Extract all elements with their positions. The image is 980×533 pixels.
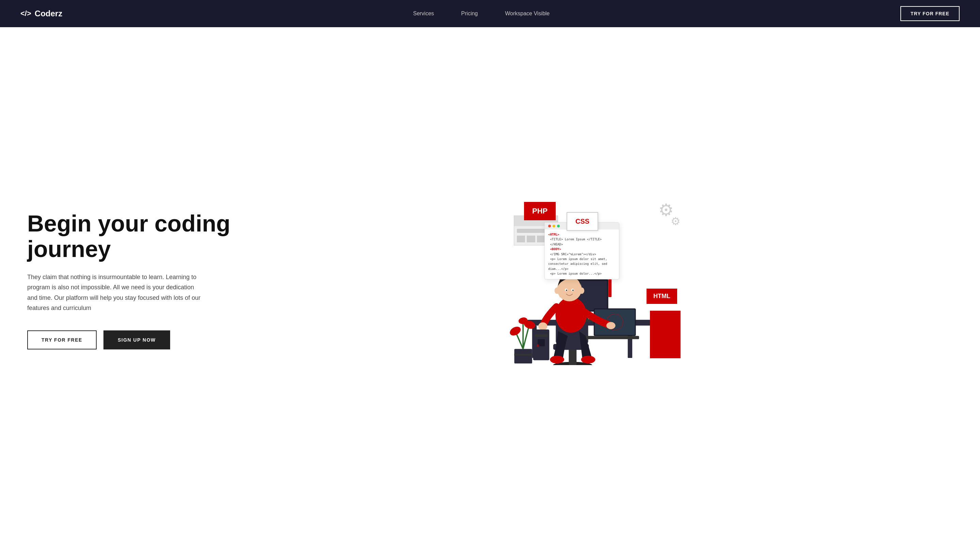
svg-rect-33 — [514, 349, 532, 363]
svg-line-35 — [516, 333, 523, 349]
svg-point-26 — [606, 322, 616, 329]
logo-icon: </> — [21, 9, 31, 18]
svg-rect-15 — [585, 336, 639, 339]
logo[interactable]: </> Coderz — [21, 9, 62, 18]
svg-point-25 — [538, 322, 547, 330]
svg-point-27 — [550, 355, 564, 363]
code-line: </HEAD> — [548, 242, 616, 247]
nav-try-button[interactable]: TRY FOR FREE — [900, 6, 959, 21]
svg-point-22 — [572, 290, 574, 291]
code-content: <HTML> <TITLE> Lorem Ipsum </TITLE> </HE… — [545, 230, 619, 279]
php-badge: PHP — [524, 202, 556, 220]
code-line: <p> Lorem ipsum dolor...</p> — [548, 271, 616, 276]
hero-title: Begin your coding journey — [27, 211, 231, 262]
svg-rect-12 — [608, 278, 612, 297]
svg-point-24 — [579, 287, 584, 294]
wireframe-square — [517, 236, 525, 243]
code-editor-window: <HTML> <TITLE> Lorem Ipsum </TITLE> </HE… — [544, 222, 619, 279]
navbar: </> Coderz Services Pricing Workspace Vi… — [0, 0, 980, 27]
window-dot-yellow — [553, 225, 555, 227]
svg-rect-30 — [535, 335, 547, 337]
code-line: </IMG SRC="%Lorem"></div> — [548, 252, 616, 257]
hero-section: Begin your coding journey They claim tha… — [0, 27, 980, 533]
hero-left: Begin your coding journey They claim tha… — [27, 211, 231, 349]
svg-point-32 — [537, 344, 539, 347]
gear-icon-2: ⚙ — [671, 215, 681, 228]
svg-point-17 — [555, 297, 586, 333]
code-line: <p> Lorem ipsum dolor sit amet, consecte… — [548, 257, 616, 271]
wireframe-square — [527, 236, 535, 243]
hero-description: They claim that nothing is insurmountabl… — [27, 272, 204, 313]
hero-buttons: TRY FOR FREE SIGN UP NOW — [27, 330, 231, 349]
svg-point-23 — [555, 287, 560, 294]
sign-up-button[interactable]: SIGN UP NOW — [103, 330, 170, 349]
window-dot-green — [557, 225, 560, 227]
illustration-container: ⚙ ⚙ PHP CSS — [504, 195, 681, 365]
code-line: <HTML> — [548, 232, 616, 237]
nav-workspace[interactable]: Workspace Visible — [505, 11, 550, 16]
nav-pricing[interactable]: Pricing — [461, 11, 478, 16]
code-line: <TITLE> Lorem Ipsum </TITLE> — [548, 237, 616, 242]
svg-point-28 — [581, 355, 595, 363]
svg-point-21 — [566, 290, 567, 291]
svg-line-36 — [523, 326, 529, 349]
code-line: <BODY> — [548, 247, 616, 252]
wireframe-square — [537, 236, 545, 243]
window-dot-red — [548, 225, 551, 227]
svg-rect-34 — [514, 354, 532, 356]
nav-services[interactable]: Services — [413, 11, 434, 16]
html-badge: HTML — [646, 289, 677, 304]
wireframe-row — [517, 229, 547, 233]
red-decorative-box — [650, 311, 681, 358]
try-for-free-button[interactable]: TRY FOR FREE — [27, 330, 97, 349]
logo-text: Coderz — [35, 9, 62, 18]
css-badge: CSS — [566, 212, 598, 231]
hero-illustration: ⚙ ⚙ PHP CSS — [231, 192, 953, 368]
nav-links: Services Pricing Workspace Visible — [413, 11, 550, 17]
